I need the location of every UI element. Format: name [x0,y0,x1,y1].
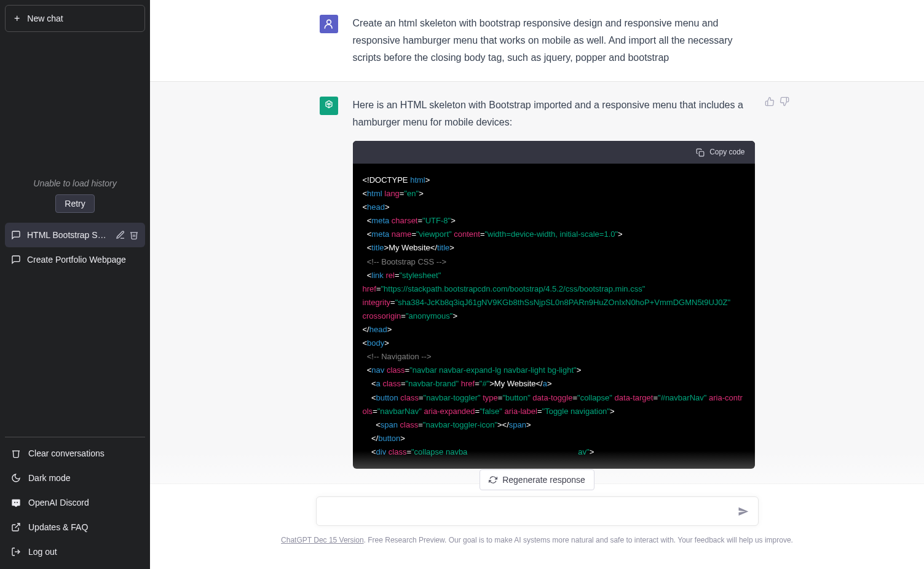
dark-mode[interactable]: Dark mode [5,466,145,490]
logout[interactable]: Log out [5,539,145,564]
person-icon [323,18,335,30]
chat-icon [11,255,21,265]
moon-icon [11,473,21,483]
conversation-label: Create Portfolio Webpage [27,255,139,265]
footer-text: ChatGPT Dec 15 Version. Free Research Pr… [150,536,924,544]
code-body: <!DOCTYPE html> <html lang="en"> <head> … [353,164,755,469]
plus-icon: + [14,13,20,24]
clipboard-icon [696,148,705,157]
conversation-list: HTML Bootstrap Skelet Create Portfolio W… [5,223,145,272]
discord-link[interactable]: OpenAI Discord [5,490,145,515]
send-button[interactable] [735,504,751,522]
chat-input[interactable] [316,496,759,526]
retry-button[interactable]: Retry [55,194,94,213]
thumbs-down-icon[interactable] [780,97,789,106]
user-avatar [320,15,338,33]
assistant-intro-text: Here is an HTML skeleton with Bootstrap … [353,97,755,131]
user-message-row: Create an html skeleton with bootstrap r… [150,0,924,82]
history-error-text: Unable to load history [5,178,145,188]
conversation-item[interactable]: Create Portfolio Webpage [5,247,145,272]
svg-line-0 [15,523,20,528]
refresh-icon [489,475,497,484]
version-link[interactable]: ChatGPT Dec 15 Version [281,536,364,544]
discord-icon [11,498,21,507]
external-link-icon [11,522,21,532]
main-chat-area: Create an html skeleton with bootstrap r… [150,0,924,569]
updates-faq[interactable]: Updates & FAQ [5,515,145,539]
trash-icon[interactable] [129,230,139,240]
clear-conversations[interactable]: Clear conversations [5,441,145,466]
code-header: Copy code [353,141,755,164]
logout-icon [11,547,21,557]
openai-icon [323,100,335,112]
copy-code-button[interactable]: Copy code [696,146,744,159]
sidebar: + New chat Unable to load history Retry … [0,0,150,569]
conversation-item[interactable]: HTML Bootstrap Skelet [5,223,145,247]
thumbs-up-icon[interactable] [765,97,775,106]
input-area: Regenerate response ChatGPT Dec 15 Versi… [150,451,924,569]
assistant-message-content: Here is an HTML skeleton with Bootstrap … [353,97,755,469]
assistant-message-row: Here is an HTML skeleton with Bootstrap … [150,82,924,484]
trash-icon [11,448,21,458]
conversation-label: HTML Bootstrap Skelet [27,230,109,240]
new-chat-button[interactable]: + New chat [5,5,145,32]
new-chat-label: New chat [27,14,63,23]
send-icon [738,506,749,517]
edit-icon[interactable] [116,230,125,240]
assistant-avatar [320,97,338,115]
sidebar-history: Unable to load history Retry HTML Bootst… [5,37,145,433]
regenerate-button[interactable]: Regenerate response [480,469,594,490]
user-message-text: Create an html skeleton with bootstrap r… [353,15,755,66]
feedback-buttons [765,97,789,106]
svg-rect-3 [699,151,704,156]
chat-icon [11,230,21,240]
code-block: Copy code <!DOCTYPE html> <html lang="en… [353,141,755,469]
sidebar-bottom-menu: Clear conversations Dark mode OpenAI Dis… [5,437,145,564]
svg-point-2 [326,20,331,24]
